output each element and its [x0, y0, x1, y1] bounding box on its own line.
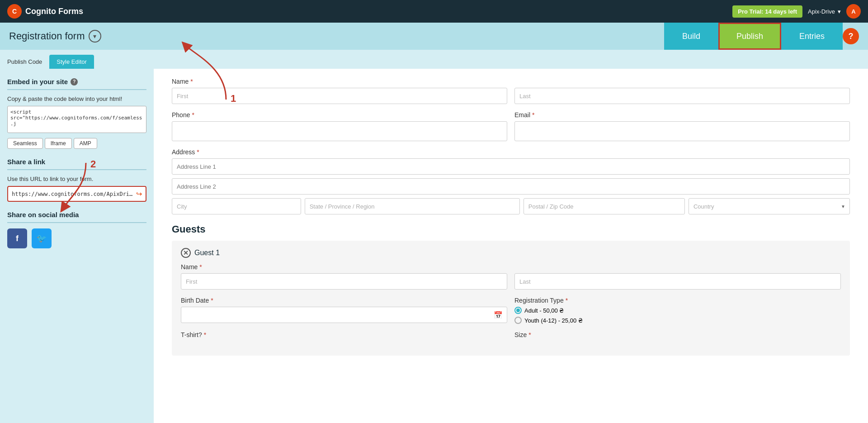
radio-youth-btn[interactable]: [514, 317, 522, 324]
last-name-col: [514, 88, 850, 104]
country-select[interactable]: Country: [689, 198, 850, 214]
embed-divider: [7, 89, 146, 90]
embed-desc: Copy & paste the code below into your ht…: [7, 95, 146, 102]
address-section: Address * Country: [172, 148, 850, 214]
size-required: *: [528, 331, 531, 338]
guest-last-name-input[interactable]: [514, 273, 841, 290]
apix-drive-account[interactable]: Apix-Drive ▾: [808, 8, 841, 15]
tab-build[interactable]: Build: [664, 23, 718, 50]
reg-type-required: *: [566, 297, 568, 304]
main-layout: Embed in your site ? Copy & paste the co…: [0, 69, 868, 423]
pro-trial-badge: Pro Trial: 14 days left: [732, 5, 802, 18]
guest-first-name-col: [181, 273, 507, 290]
share-link-section: Share a link Use this URL to link to you…: [7, 158, 146, 202]
radio-youth-label: Youth (4-12) - 25,00 ₴: [524, 317, 583, 324]
facebook-icon: f: [16, 234, 19, 243]
state-col: [305, 198, 520, 214]
social-media-section: Share on social media f 🐦: [7, 211, 146, 248]
phone-label: Phone *: [172, 111, 507, 119]
embed-section-title: Embed in your site ?: [7, 78, 146, 86]
name-fields-row: [172, 88, 850, 104]
birth-date-label: Birth Date *: [181, 297, 507, 304]
share-link-title: Share a link: [7, 158, 146, 166]
guest-birth-reg-row: Birth Date * 📅 Registration Type *: [181, 297, 841, 324]
tab-publish[interactable]: Publish: [718, 23, 781, 50]
name-section: Name *: [172, 78, 850, 104]
state-input[interactable]: [305, 198, 520, 214]
twitter-icon: 🐦: [37, 233, 47, 243]
guest-name-label: Name *: [181, 263, 841, 271]
phone-col: Phone *: [172, 111, 507, 141]
tshirt-size-row: T-shirt? * Size *: [181, 331, 841, 341]
form-title-area: Registration form ▾: [9, 30, 664, 43]
size-label: Size *: [514, 331, 841, 338]
postal-input[interactable]: [524, 198, 685, 214]
form-title: Registration form: [9, 30, 85, 42]
share-link-box: https://www.cognitoforms.com/ApixDrive3/…: [7, 186, 146, 202]
address-detail-row: Country: [172, 198, 850, 214]
share-link-divider: [7, 169, 146, 170]
embed-tab-amp[interactable]: AMP: [74, 138, 97, 149]
sub-tabs: Publish Code Style Editor: [0, 50, 868, 69]
guest-first-name-input[interactable]: [181, 273, 507, 290]
registration-type-label: Registration Type *: [514, 297, 841, 304]
tshirt-label: T-shirt? *: [181, 331, 507, 338]
share-link-desc: Use this URL to link to your form.: [7, 176, 146, 182]
top-nav-right: Pro Trial: 14 days left Apix-Drive ▾ A: [732, 4, 861, 19]
social-divider: [7, 222, 146, 223]
help-button[interactable]: ?: [843, 28, 859, 44]
twitter-share-button[interactable]: 🐦: [32, 228, 52, 248]
facebook-share-button[interactable]: f: [7, 228, 27, 248]
form-preview: Name * Phone *: [154, 69, 868, 423]
top-nav: C Cognito Forms Pro Trial: 14 days left …: [0, 0, 868, 23]
city-input[interactable]: [172, 198, 301, 214]
first-name-col: [172, 88, 507, 104]
open-link-icon[interactable]: ↪: [136, 190, 142, 198]
birth-date-input[interactable]: [181, 307, 507, 323]
guest-1-title: Guest 1: [194, 249, 220, 257]
radio-adult[interactable]: Adult - 50,00 ₴: [514, 307, 841, 314]
first-name-input[interactable]: [172, 88, 507, 104]
account-chevron-icon: ▾: [838, 8, 841, 15]
address-label: Address *: [172, 148, 850, 156]
name-required-star: *: [190, 78, 193, 85]
registration-type-col: Registration Type * Adult - 50,00 ₴ Yout…: [514, 297, 841, 324]
last-name-input[interactable]: [514, 88, 850, 104]
logo-icon: C: [7, 4, 22, 19]
social-media-title: Share on social media: [7, 211, 146, 219]
share-link-url: https://www.cognitoforms.com/ApixDrive3/…: [12, 191, 133, 197]
embed-code-textarea[interactable]: <script src="https://www.cognitoforms.co…: [7, 106, 146, 133]
user-avatar[interactable]: A: [846, 4, 861, 19]
tshirt-required: *: [204, 331, 206, 338]
embed-tab-seamless[interactable]: Seamless: [7, 138, 43, 149]
birth-date-col: Birth Date * 📅: [181, 297, 507, 324]
email-input[interactable]: [514, 121, 850, 141]
postal-col: [524, 198, 685, 214]
city-col: [172, 198, 301, 214]
embed-info-icon[interactable]: ?: [71, 78, 78, 86]
address-line1-input[interactable]: [172, 158, 850, 175]
phone-input[interactable]: [172, 121, 507, 141]
address-line2-input[interactable]: [172, 178, 850, 195]
birth-date-required: *: [211, 297, 213, 304]
embed-tab-iframe[interactable]: Iframe: [45, 138, 72, 149]
radio-youth[interactable]: Youth (4-12) - 25,00 ₴: [514, 317, 841, 324]
guest-1-header: ✕ Guest 1: [181, 248, 841, 258]
sub-tab-style-editor[interactable]: Style Editor: [49, 55, 94, 69]
size-col: Size *: [514, 331, 841, 341]
account-name-label: Apix-Drive: [808, 8, 835, 15]
guest-name-required: *: [199, 263, 202, 271]
nav-tabs: Build Publish Entries: [664, 23, 843, 50]
guest-1-remove-button[interactable]: ✕: [181, 248, 191, 258]
email-required-star: *: [532, 111, 534, 119]
embed-type-tabs: Seamless Iframe AMP: [7, 138, 146, 149]
sub-tab-publish-code[interactable]: Publish Code: [0, 55, 49, 69]
guest-name-section: Name *: [181, 263, 841, 290]
tab-entries[interactable]: Entries: [781, 23, 843, 50]
left-panel: Embed in your site ? Copy & paste the co…: [0, 69, 154, 423]
form-title-dropdown-button[interactable]: ▾: [89, 30, 101, 43]
address-required-star: *: [197, 148, 199, 156]
phone-email-row: Phone * Email *: [172, 111, 850, 141]
radio-adult-btn[interactable]: [514, 307, 522, 314]
email-col: Email *: [514, 111, 850, 141]
